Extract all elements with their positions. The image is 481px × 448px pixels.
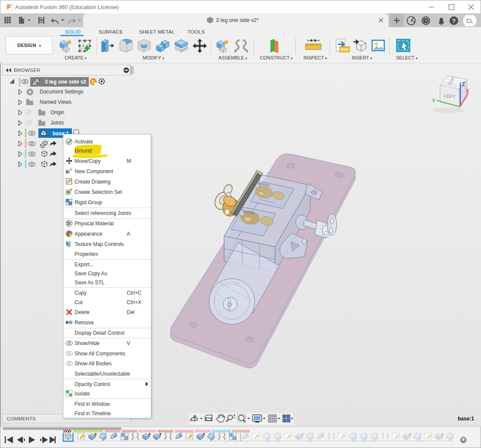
svg-text:Z: Z — [462, 81, 465, 87]
svg-text:Y: Y — [432, 97, 436, 104]
svg-text:X: X — [465, 87, 469, 94]
svg-text:SVG: SVG — [340, 47, 349, 52]
svg-text:CL: CL — [466, 18, 473, 24]
svg-text:?: ? — [452, 18, 456, 24]
